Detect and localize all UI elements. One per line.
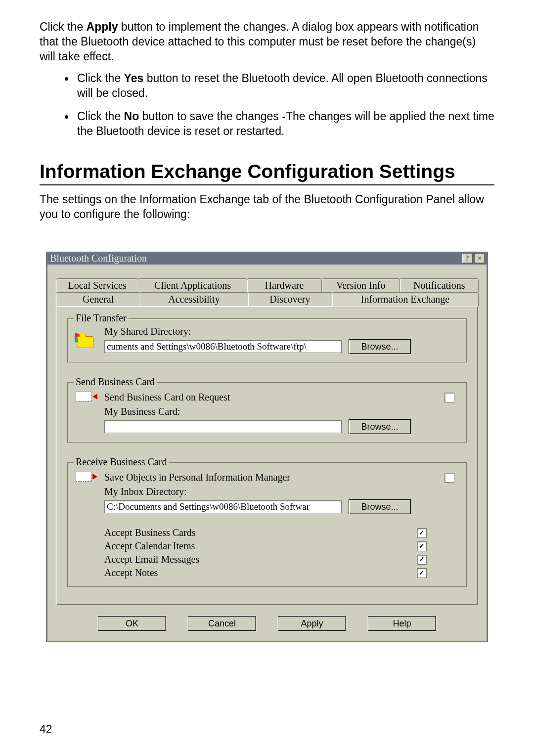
dialog-button-bar: OK Cancel Apply Help [47,616,487,642]
tab-version-info[interactable]: Version Info [321,278,400,292]
group-legend: Receive Business Card [74,456,169,468]
group-file-transfer: File Transfer My Shared Directory: Brows… [67,318,467,362]
bluetooth-config-dialog: Bluetooth Configuration ? × Local Servic… [46,252,488,642]
my-business-card-input[interactable] [104,420,342,433]
tab-row-2: General Accessibility Discovery Informat… [56,292,478,306]
window-title: Bluetooth Configuration [50,253,460,264]
group-receive-business-card: Receive Business Card Save Objects in Pe… [67,462,467,587]
save-in-pim-label: Save Objects in Personal Information Man… [104,472,290,483]
accept-email-messages-label: Accept Email Messages [104,554,199,565]
browse-shared-dir-button[interactable]: Browse... [349,339,411,354]
group-send-business-card: Send Business Card Send Business Card on… [67,382,467,443]
apply-word: Apply [87,20,118,33]
titlebar[interactable]: Bluetooth Configuration ? × [47,252,487,265]
inbox-dir-label: My Inbox Directory: [104,486,454,497]
inbox-dir-input[interactable] [104,500,342,513]
group-legend: File Transfer [74,312,129,324]
text: Click the [77,110,124,123]
apply-button[interactable]: Apply [278,616,346,631]
text: button to save the changes -The changes … [77,110,494,137]
save-in-pim-checkbox[interactable] [445,473,454,483]
accept-notes-label: Accept Notes [104,567,158,578]
shared-dir-input[interactable] [104,340,342,353]
accept-calendar-items-checkbox[interactable]: ✓ [417,541,427,551]
tab-general[interactable]: General [56,292,140,306]
text: Click the [40,20,87,33]
intro-paragraph: Click the Apply button to implement the … [40,20,494,64]
receive-card-icon [75,470,104,484]
tab-hardware[interactable]: Hardware [247,278,322,292]
text: Click the [77,72,124,85]
section-intro: The settings on the Information Exchange… [40,192,494,222]
send-on-request-label: Send Business Card on Request [104,392,230,403]
browse-business-card-button[interactable]: Browse... [349,419,411,434]
yes-word: Yes [124,72,144,85]
ok-button[interactable]: OK [98,616,166,631]
page-number: 42 [40,723,52,736]
tab-body: File Transfer My Shared Directory: Brows… [56,306,478,605]
group-legend: Send Business Card [74,376,157,388]
browse-inbox-button[interactable]: Browse... [349,499,411,514]
tab-row-1: Local Services Client Applications Hardw… [56,278,478,292]
help-icon[interactable]: ? [462,253,473,264]
page: Click the Apply button to implement the … [0,0,534,756]
tab-accessibility[interactable]: Accessibility [140,292,248,306]
section-heading: Information Exchange Configuration Setti… [40,161,494,185]
my-business-card-label: My Business Card: [104,406,454,417]
accept-notes-checkbox[interactable]: ✓ [417,568,427,578]
tab-client-applications[interactable]: Client Applications [138,278,247,292]
accept-calendar-items-label: Accept Calendar Items [104,540,195,552]
tab-strip: Local Services Client Applications Hardw… [47,265,487,306]
no-word: No [124,110,139,123]
shared-dir-label: My Shared Directory: [104,326,454,337]
help-button[interactable]: Help [368,616,436,631]
tab-local-services[interactable]: Local Services [56,278,138,292]
send-on-request-checkbox[interactable] [445,393,454,402]
accept-business-cards-checkbox[interactable]: ✓ [417,528,427,538]
bullet-item: Click the No button to save the changes … [59,109,494,139]
bullet-list: Click the Yes button to reset the Blueto… [59,71,494,139]
cancel-button[interactable]: Cancel [188,616,256,631]
file-transfer-icon [75,331,104,349]
tab-discovery[interactable]: Discovery [248,292,332,306]
accept-email-messages-checkbox[interactable]: ✓ [417,555,427,565]
accept-business-cards-label: Accept Business Cards [104,527,195,538]
send-card-icon [75,390,104,403]
tab-information-exchange[interactable]: Information Exchange [332,292,479,307]
close-icon[interactable]: × [474,253,485,264]
bullet-item: Click the Yes button to reset the Blueto… [59,71,494,101]
tab-notifications[interactable]: Notifications [400,278,479,292]
